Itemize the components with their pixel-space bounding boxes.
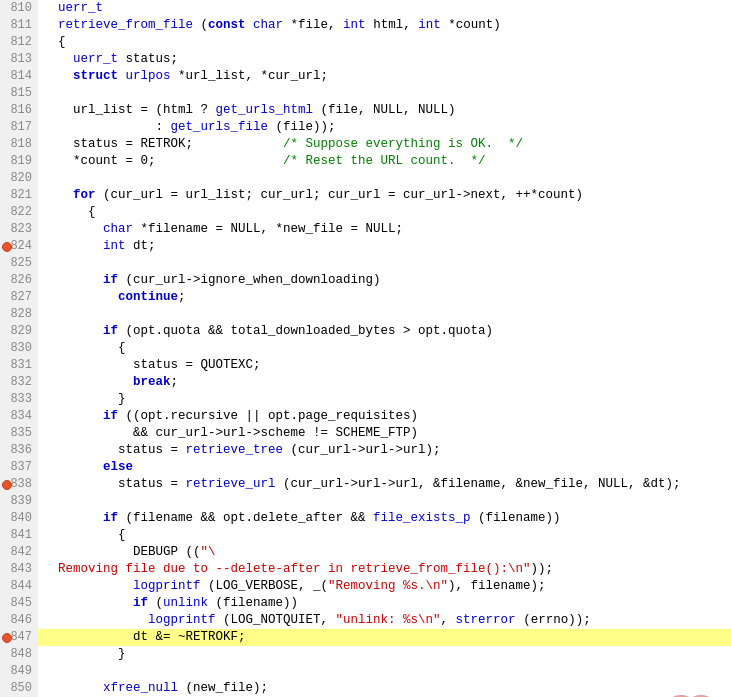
code-line: 812{	[0, 34, 731, 51]
line-number-area: 840	[0, 510, 52, 527]
line-content: char *filename = NULL, *new_file = NULL;	[52, 221, 731, 238]
line-content	[52, 663, 731, 680]
code-line: 810uerr_t	[0, 0, 731, 17]
line-content: {	[52, 204, 731, 221]
line-number: 843	[0, 561, 38, 578]
line-number: 846	[0, 612, 38, 629]
line-content	[52, 255, 731, 272]
line-number-area: 847	[0, 629, 52, 646]
code-line: 813 uerr_t status;	[0, 51, 731, 68]
code-editor: 810uerr_t811retrieve_from_file (const ch…	[0, 0, 731, 697]
line-number-area: 835	[0, 425, 52, 442]
line-number: 844	[0, 578, 38, 595]
code-line: 848 }	[0, 646, 731, 663]
line-number-area: 836	[0, 442, 52, 459]
code-line: 830 {	[0, 340, 731, 357]
line-number-area: 841	[0, 527, 52, 544]
line-content: for (cur_url = url_list; cur_url; cur_ur…	[52, 187, 731, 204]
code-line: 823 char *filename = NULL, *new_file = N…	[0, 221, 731, 238]
line-number: 833	[0, 391, 38, 408]
line-number-area: 812	[0, 34, 52, 51]
code-line: 829 if (opt.quota && total_downloaded_by…	[0, 323, 731, 340]
line-number-area: 819	[0, 153, 52, 170]
breakpoint-marker[interactable]	[0, 240, 14, 254]
line-content: status = retrieve_url (cur_url->url->url…	[52, 476, 731, 493]
line-number: 822	[0, 204, 38, 221]
breakpoint-marker[interactable]	[0, 478, 14, 492]
code-line: 842 DEBUGP (("\	[0, 544, 731, 561]
line-number-area: 820	[0, 170, 52, 187]
line-number: 810	[0, 0, 38, 17]
line-content: logprintf (LOG_VERBOSE, _("Removing %s.\…	[52, 578, 731, 595]
line-number: 817	[0, 119, 38, 136]
line-content: if (opt.quota && total_downloaded_bytes …	[52, 323, 731, 340]
code-line: 811retrieve_from_file (const char *file,…	[0, 17, 731, 34]
code-lines-container: 810uerr_t811retrieve_from_file (const ch…	[0, 0, 731, 697]
line-number-area: 821	[0, 187, 52, 204]
line-number-area: 845	[0, 595, 52, 612]
line-number-area: 827	[0, 289, 52, 306]
line-content: xfree_null (new_file);	[52, 680, 731, 697]
line-number-area: 830	[0, 340, 52, 357]
code-line: 825	[0, 255, 731, 272]
code-line: 836 status = retrieve_tree (cur_url->url…	[0, 442, 731, 459]
code-line: 846 logprintf (LOG_NOTQUIET, "unlink: %s…	[0, 612, 731, 629]
code-line: 833 }	[0, 391, 731, 408]
line-content: }	[52, 391, 731, 408]
line-number: 823	[0, 221, 38, 238]
line-content: status = retrieve_tree (cur_url->url->ur…	[52, 442, 731, 459]
line-number-area: 814	[0, 68, 52, 85]
code-line: 838 status = retrieve_url (cur_url->url-…	[0, 476, 731, 493]
code-line: 827 continue;	[0, 289, 731, 306]
line-content: uerr_t status;	[52, 51, 731, 68]
line-content: dt &= ~RETROKF;	[52, 629, 731, 646]
line-number-area: 842	[0, 544, 52, 561]
line-number-area: 813	[0, 51, 52, 68]
line-number-area: 837	[0, 459, 52, 476]
line-content: if (filename && opt.delete_after && file…	[52, 510, 731, 527]
line-content: status = QUOTEXC;	[52, 357, 731, 374]
line-number: 832	[0, 374, 38, 391]
line-number: 845	[0, 595, 38, 612]
line-number-area: 838	[0, 476, 52, 493]
line-content: if (unlink (filename))	[52, 595, 731, 612]
code-line: 847 dt &= ~RETROKF;	[0, 629, 731, 646]
line-content: {	[52, 340, 731, 357]
line-number: 840	[0, 510, 38, 527]
code-line: 819 *count = 0; /* Reset the URL count. …	[0, 153, 731, 170]
code-line: 820	[0, 170, 731, 187]
line-number: 818	[0, 136, 38, 153]
code-line: 841 {	[0, 527, 731, 544]
line-number-area: 822	[0, 204, 52, 221]
code-line: 835 && cur_url->url->scheme != SCHEME_FT…	[0, 425, 731, 442]
line-content: status = RETROK; /* Suppose everything i…	[52, 136, 731, 153]
line-number: 830	[0, 340, 38, 357]
line-number-area: 816	[0, 102, 52, 119]
line-number: 850	[0, 680, 38, 697]
line-number-area: 844	[0, 578, 52, 595]
code-line: 818 status = RETROK; /* Suppose everythi…	[0, 136, 731, 153]
code-line: 840 if (filename && opt.delete_after && …	[0, 510, 731, 527]
line-content: uerr_t	[52, 0, 731, 17]
code-line: 815	[0, 85, 731, 102]
line-content: struct urlpos *url_list, *cur_url;	[52, 68, 731, 85]
line-number: 839	[0, 493, 38, 510]
line-number: 814	[0, 68, 38, 85]
line-number-area: 828	[0, 306, 52, 323]
line-number: 812	[0, 34, 38, 51]
breakpoint-marker[interactable]	[0, 631, 14, 645]
line-content: && cur_url->url->scheme != SCHEME_FTP)	[52, 425, 731, 442]
code-line: 843Removing file due to --delete-after i…	[0, 561, 731, 578]
code-line: 831 status = QUOTEXC;	[0, 357, 731, 374]
line-number-area: 818	[0, 136, 52, 153]
line-number: 842	[0, 544, 38, 561]
line-number-area: 833	[0, 391, 52, 408]
line-number-area: 810	[0, 0, 52, 17]
line-content	[52, 493, 731, 510]
line-number-area: 817	[0, 119, 52, 136]
code-line: 824 int dt;	[0, 238, 731, 255]
line-content: }	[52, 646, 731, 663]
line-number-area: 823	[0, 221, 52, 238]
line-number: 815	[0, 85, 38, 102]
line-number: 836	[0, 442, 38, 459]
